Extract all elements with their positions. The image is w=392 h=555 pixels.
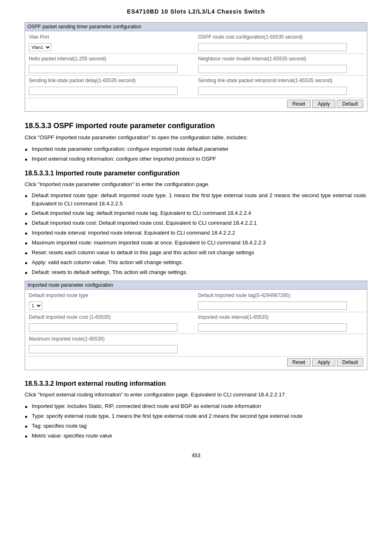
bullet-item: Metric value: specifies route value <box>25 432 367 440</box>
section-3-heading: 18.5.3.3.2 Import external routing infor… <box>25 380 367 387</box>
retransmit-label: Sending link-state packet retransmit int… <box>196 76 365 85</box>
bullet-item: Reset: resets each column value to defau… <box>25 249 367 257</box>
max-imported-label: Maximum imported route(1-65535) <box>27 335 196 343</box>
bottom-default-button[interactable]: Default <box>337 358 363 366</box>
top-default-button[interactable]: Default <box>337 100 363 108</box>
vlan-port-label: Vlan Port <box>27 33 196 41</box>
neighbour-invalid-input[interactable] <box>198 65 347 73</box>
bullet-item: Tag: specifies route tag <box>25 422 367 430</box>
top-table-title: OSPF packet sending timer parameter conf… <box>25 23 367 31</box>
bottom-table-row1: Default imported route type Default impo… <box>27 291 365 299</box>
bullet-item: Imported type: includes Static, RIP, con… <box>25 402 367 410</box>
bottom-reset-button[interactable]: Reset <box>287 358 311 366</box>
section-2-heading: 18.5.3.3.1 Imported route parameter conf… <box>25 170 367 177</box>
page-header: ES4710BD 10 Slots L2/L3/L4 Chassis Switc… <box>25 8 367 15</box>
bottom-table-row3: Default imported route cost (1-65535) Im… <box>27 313 365 321</box>
max-imported-input[interactable] <box>29 345 178 353</box>
section-1-heading: 18.5.3.3 OSPF imported route parameter c… <box>25 122 367 130</box>
imported-interval-input[interactable] <box>198 323 347 332</box>
top-table-row4 <box>27 63 365 74</box>
bottom-imported-table: Imported route parameter configuration D… <box>25 281 367 370</box>
bullet-item: Default imported route tag: default impo… <box>25 209 367 217</box>
bullet-item: Type: specify external route type, 1 mea… <box>25 412 367 420</box>
top-table-row1: Vlan Port OSPF route cost configuration(… <box>27 33 365 41</box>
default-cost-input[interactable] <box>29 323 178 332</box>
top-ospf-table: OSPF packet sending timer parameter conf… <box>25 22 367 112</box>
top-reset-button[interactable]: Reset <box>287 100 311 108</box>
delay-label: Sending link-state packet delay(1-65535 … <box>27 76 196 85</box>
section-2-intro: Click "Imported route parameter configur… <box>25 180 367 189</box>
section-1-intro: Click "OSPF Imported route parameter con… <box>25 134 367 142</box>
bottom-apply-button[interactable]: Apply <box>312 358 335 366</box>
hello-interval-label: Hello packet interval(1-255 second) <box>27 55 196 63</box>
top-table-row5: Sending link-state packet delay(1-65535 … <box>27 76 365 85</box>
page-number: 453 <box>25 452 367 458</box>
hello-interval-input[interactable] <box>29 65 178 73</box>
bullet-item: Import external routing information: con… <box>25 155 367 163</box>
default-type-label: Default imported route type <box>27 291 196 299</box>
bottom-table-row5: Maximum imported route(1-65535) <box>27 335 365 343</box>
ospf-cost-input[interactable] <box>198 43 347 51</box>
bullet-item: Apply: valid each column value. This act… <box>25 258 367 267</box>
section-3-bullets: Imported type: includes Static, RIP, con… <box>25 402 367 440</box>
bullet-item: Default imported route type: default imp… <box>25 191 367 207</box>
top-apply-button[interactable]: Apply <box>312 100 335 108</box>
bottom-table-row6 <box>27 343 365 355</box>
route-type-select[interactable]: 1 2 <box>29 302 42 310</box>
bottom-table-row4 <box>27 321 365 333</box>
top-table-buttons: Reset Apply Default <box>27 98 365 110</box>
default-cost-label: Default imported route cost (1-65535) <box>27 313 196 321</box>
bottom-table-row2: 1 2 <box>27 299 365 311</box>
ospf-cost-label: OSPF route cost configuration(1-65535 se… <box>196 33 365 41</box>
section-1-bullets: Imported route parameter configuration: … <box>25 145 367 163</box>
bullet-item: Imported route parameter configuration: … <box>25 145 367 153</box>
bullet-item: Default imported route cost: Default imp… <box>25 219 367 227</box>
bottom-table-buttons: Reset Apply Default <box>27 356 365 368</box>
imported-interval-label: Imported route interval(1-65535) <box>196 313 365 321</box>
retransmit-input[interactable] <box>198 87 347 95</box>
neighbour-invalid-label: Neighbour router invalid interval(1-6553… <box>196 55 365 63</box>
section-2-bullets: Default imported route type: default imp… <box>25 191 367 276</box>
vlan-select[interactable]: Vlan1 <box>29 43 51 51</box>
bottom-table-title: Imported route parameter configuration <box>25 281 367 290</box>
top-table-row6 <box>27 85 365 96</box>
bullet-item: Imported route interval: imported route … <box>25 229 367 237</box>
top-table-row3: Hello packet interval(1-255 second) Neig… <box>27 55 365 63</box>
bullet-item: Default: resets to default settings. Thi… <box>25 268 367 276</box>
top-table-row2: Vlan1 <box>27 41 365 53</box>
default-tag-input[interactable] <box>198 302 347 310</box>
delay-input[interactable] <box>29 87 178 95</box>
section-3-intro: Click "Import external routing informati… <box>25 391 367 399</box>
bullet-item: Maximum imported route: maximum imported… <box>25 239 367 247</box>
default-tag-label: Default imported route tag(0-4294967295) <box>196 291 365 299</box>
